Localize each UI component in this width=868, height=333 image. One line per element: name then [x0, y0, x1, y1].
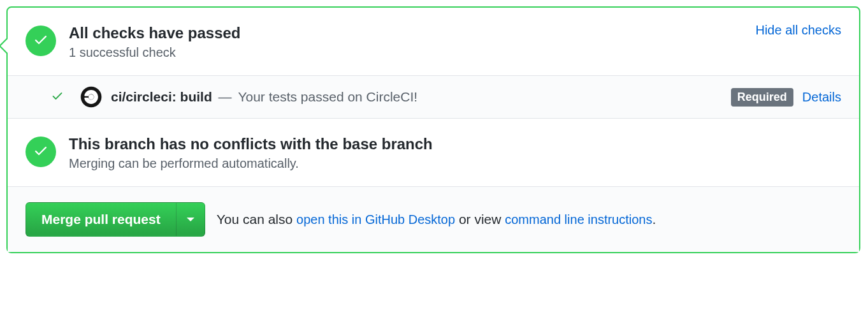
conflicts-section: This branch has no conflicts with the ba…	[8, 119, 859, 186]
merge-hint-middle: or view	[455, 212, 505, 226]
check-icon	[33, 32, 48, 50]
circleci-icon	[80, 86, 102, 108]
merge-hint-suffix: .	[652, 212, 656, 226]
merge-hint: You can also open this in GitHub Desktop…	[217, 212, 656, 227]
toggle-checks-link[interactable]: Hide all checks	[755, 23, 841, 37]
check-separator: —	[215, 89, 236, 104]
check-success-icon	[51, 89, 66, 105]
check-name: ci/circleci: build	[111, 89, 212, 104]
conflicts-body: This branch has no conflicts with the ba…	[69, 134, 841, 171]
checks-subtitle: 1 successful check	[69, 45, 755, 60]
box-pointer	[0, 37, 8, 55]
conflicts-subtitle: Merging can be performed automatically.	[69, 156, 841, 171]
conflicts-title: This branch has no conflicts with the ba…	[69, 134, 841, 154]
check-details-link[interactable]: Details	[802, 90, 841, 105]
merge-button-group: Merge pull request	[25, 202, 205, 237]
caret-down-icon	[187, 215, 194, 225]
merge-action-section: Merge pull request You can also open thi…	[8, 186, 859, 252]
check-text: ci/circleci: build — Your tests passed o…	[111, 89, 731, 105]
merge-pull-request-button[interactable]: Merge pull request	[25, 202, 176, 237]
required-badge: Required	[731, 88, 793, 107]
check-icon	[33, 143, 48, 161]
merge-status-box: All checks have passed 1 successful chec…	[6, 6, 860, 253]
merge-hint-prefix: You can also	[217, 212, 296, 226]
cli-instructions-link[interactable]: command line instructions	[505, 212, 652, 226]
checks-summary-section: All checks have passed 1 successful chec…	[8, 8, 859, 76]
checks-title: All checks have passed	[69, 23, 755, 43]
success-status-circle	[25, 137, 56, 167]
check-description: Your tests passed on CircleCI!	[238, 89, 417, 104]
open-desktop-link[interactable]: open this in GitHub Desktop	[296, 212, 455, 226]
check-list: ci/circleci: build — Your tests passed o…	[8, 76, 859, 119]
checks-summary-body: All checks have passed 1 successful chec…	[69, 23, 755, 60]
merge-dropdown-button[interactable]	[176, 202, 205, 237]
check-row: ci/circleci: build — Your tests passed o…	[8, 76, 859, 118]
success-status-circle	[25, 26, 56, 56]
svg-point-1	[89, 94, 94, 100]
